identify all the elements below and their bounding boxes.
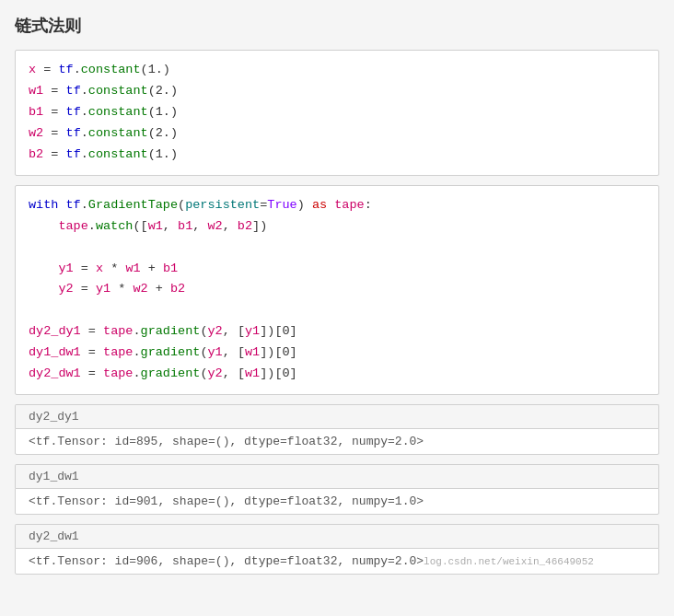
code-block-1: x = tf.constant(1.) w1 = tf.constant(2.)… (15, 50, 659, 176)
output-label-3: dy2_dw1 (15, 524, 659, 548)
output-label-2: dy1_dw1 (15, 464, 659, 488)
page-title: 链式法则 (15, 15, 659, 37)
output-cell-1: dy2_dy1 <tf.Tensor: id=895, shape=(), dt… (15, 404, 659, 455)
output-value-2: <tf.Tensor: id=901, shape=(), dtype=floa… (15, 488, 659, 515)
output-cell-2: dy1_dw1 <tf.Tensor: id=901, shape=(), dt… (15, 464, 659, 515)
output-cell-3: dy2_dw1 <tf.Tensor: id=906, shape=(), dt… (15, 524, 659, 575)
watermark: log.csdn.net/weixin_46649052 (424, 556, 594, 567)
code-line: x = tf.constant(1.) w1 = tf.constant(2.)… (29, 63, 178, 161)
output-value-3: <tf.Tensor: id=906, shape=(), dtype=floa… (15, 548, 659, 575)
output-value-1: <tf.Tensor: id=895, shape=(), dtype=floa… (15, 428, 659, 455)
code-block-2: with tf.GradientTape(persistent=True) as… (15, 185, 659, 395)
output-label-1: dy2_dy1 (15, 404, 659, 428)
